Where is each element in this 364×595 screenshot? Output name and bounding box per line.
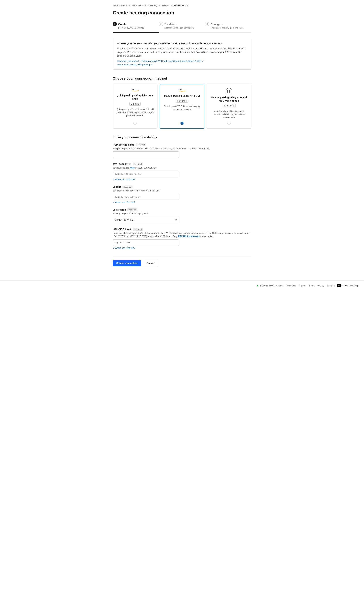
step-configure-desc: Set up your security table and route xyxy=(211,27,251,29)
vpc-id-label: VPC ID xyxy=(113,186,121,188)
breadcrumb-current: Create connection xyxy=(171,4,188,7)
method-cards-container: aws Quick peering with quick-create link… xyxy=(113,84,251,128)
breadcrumb-hvn[interactable]: hvn xyxy=(144,4,147,7)
vpc-cidr-label: VPC CIDR block xyxy=(113,228,131,231)
vpc-id-desc: You can find this in your list of VPCs i… xyxy=(113,189,251,192)
method-card-cli-radio[interactable] xyxy=(180,121,184,125)
hcp-logo-icon: H xyxy=(337,284,341,288)
hcp-peering-name-desc: The peering name can be up to 36 charact… xyxy=(113,147,251,150)
step-create-label: Create xyxy=(118,23,127,26)
aws-account-id-helper[interactable]: ∨ Where can I find this? xyxy=(113,178,135,181)
vpc-region-label: VPC region xyxy=(113,208,126,211)
vpc-region-select[interactable]: Oregon (us-west-2) N. Virginia (us-east-… xyxy=(113,217,179,223)
info-box-title-text: Peer your Amazon VPC with your HashiCorp… xyxy=(121,42,222,45)
method-card-quick-create[interactable]: aws Quick peering with quick-create link… xyxy=(113,84,157,128)
footer-link-privacy[interactable]: Privacy xyxy=(317,284,324,287)
method-card-quick-radio[interactable] xyxy=(134,122,136,125)
method-card-cli-badge: 5-10 mins xyxy=(176,99,188,103)
method-card-cli-title: Manual peering using AWS CLI xyxy=(164,94,200,97)
vpc-id-input[interactable] xyxy=(113,194,179,200)
step-establish-label: Establish xyxy=(164,23,176,26)
hcp-peering-name-input[interactable] xyxy=(113,151,179,158)
vpc-cidr-helper-text: Where can I find this? xyxy=(115,247,135,249)
footer-status[interactable]: Platform Fully Operational xyxy=(257,284,283,287)
aws-account-id-label: AWS account ID xyxy=(113,163,131,165)
method-card-cli-desc: Provide you AWS CLI template to apply co… xyxy=(163,105,201,119)
footer: Platform Fully Operational Changelog Sup… xyxy=(0,280,364,291)
breadcrumb: hashicorp-edu-org / Networks / hvn / Pee… xyxy=(113,4,251,7)
cancel-button[interactable]: Cancel xyxy=(143,260,158,266)
form-group-vpc-cidr: VPC CIDR block Required Enter the CIDR r… xyxy=(113,228,251,249)
vpc-cidr-input[interactable] xyxy=(113,240,179,246)
method-card-hcp-console[interactable]: Manual peering using HCP and AWS web con… xyxy=(207,84,251,128)
breadcrumb-peering[interactable]: Peering connections xyxy=(150,4,169,7)
chevron-down-icon-2: ∨ xyxy=(113,201,114,204)
method-card-quick-title: Quick peering with quick-create links xyxy=(116,94,155,100)
chevron-down-icon-3: ∨ xyxy=(113,247,114,249)
step-establish-desc: Accept your peering connection xyxy=(164,27,205,29)
method-card-hcp-title: Manual peering using HCP and AWS web con… xyxy=(209,96,248,102)
aws-account-id-desc: You can find this here in your AWS Conso… xyxy=(113,166,251,170)
breadcrumb-networks[interactable]: Networks xyxy=(132,4,141,7)
method-card-hcp-desc: Manually follow UI instructions to compl… xyxy=(209,110,248,119)
footer-brand: H ©2022 HashiCorp xyxy=(337,284,358,288)
step-create: 1 Create Fill in your AWS credentials xyxy=(113,22,159,33)
step-configure-number: 3 xyxy=(205,22,209,26)
hcp-icon xyxy=(226,88,232,96)
aws-account-id-helper-text: Where can I find this? xyxy=(115,178,135,181)
aws-account-id-link[interactable]: here xyxy=(130,166,135,169)
method-card-hcp-radio[interactable] xyxy=(228,122,230,125)
footer-link-terms[interactable]: Terms xyxy=(309,284,314,287)
create-connection-button[interactable]: Create connection xyxy=(113,260,141,266)
aws-account-id-required: Required xyxy=(133,163,143,165)
hcp-peering-name-label: HCP peering name xyxy=(113,143,134,146)
svg-marker-1 xyxy=(138,90,139,91)
chevron-down-icon: ∨ xyxy=(113,178,114,181)
link-icon: ⇌ xyxy=(117,42,119,45)
footer-brand-text: ©2022 HashiCorp xyxy=(342,284,358,287)
status-dot-icon xyxy=(257,285,258,286)
svg-text:aws: aws xyxy=(132,88,135,90)
footer-link-changelog[interactable]: Changelog xyxy=(286,284,296,287)
form-section-title: Fill in your connection details xyxy=(113,135,251,139)
vpc-cidr-desc: Enter the CIDR range of the VPC that you… xyxy=(113,231,251,238)
aws-account-id-input[interactable] xyxy=(113,171,179,177)
hcp-peering-name-required: Required xyxy=(136,143,146,146)
page-title: Create peering connection xyxy=(113,10,251,16)
svg-marker-3 xyxy=(185,91,186,91)
step-establish: 2 Establish Accept your peering connecti… xyxy=(159,22,205,32)
aws-logo-quick: aws xyxy=(132,88,138,92)
vpc-region-desc: The region your VPC is deployed in. xyxy=(113,212,251,215)
method-card-quick-badge: 2-5 mins xyxy=(129,102,141,106)
method-card-quick-desc: Quick peering with quick create links wi… xyxy=(116,108,155,119)
step-configure: 3 Configure Set up your security table a… xyxy=(205,22,251,32)
info-box-link1[interactable]: How does this works? : Peering an AWS VP… xyxy=(117,60,247,62)
info-box-link2[interactable]: Learn about privacy with peering ↗ xyxy=(117,63,247,66)
footer-link-support[interactable]: Support xyxy=(299,284,306,287)
action-row: Create connection Cancel xyxy=(113,256,251,266)
rfc1918-link[interactable]: RFC1918 addresses xyxy=(178,235,200,238)
connection-method-title: Choose your connection method xyxy=(113,77,251,80)
method-card-hcp-badge: 30-60 mins xyxy=(222,104,236,107)
form-group-vpc-id: VPC ID Required You can find this in you… xyxy=(113,186,251,204)
aws-logo-cli: aws xyxy=(178,88,186,92)
vpc-id-helper[interactable]: ∨ Where can I find this? xyxy=(113,201,135,204)
vpc-cidr-required: Required xyxy=(133,228,143,231)
step-create-desc: Fill in your AWS credentials xyxy=(118,27,159,29)
method-card-aws-cli[interactable]: aws Manual peering using AWS CLI 5-10 mi… xyxy=(160,84,205,128)
step-create-number: 1 xyxy=(113,22,117,26)
step-establish-number: 2 xyxy=(159,22,163,26)
step-configure-label: Configure xyxy=(211,23,223,26)
vpc-id-required: Required xyxy=(122,186,133,188)
info-box-body: In order for the Consul and Vault server… xyxy=(117,47,247,57)
breadcrumb-org[interactable]: hashicorp-edu-org xyxy=(113,4,130,7)
form-group-vpc-region: VPC region Required The region your VPC … xyxy=(113,208,251,223)
footer-link-security[interactable]: Security xyxy=(327,284,335,287)
form-group-aws-account-id: AWS account ID Required You can find thi… xyxy=(113,163,251,181)
info-box: ⇌ Peer your Amazon VPC with your HashiCo… xyxy=(113,38,251,70)
footer-status-link[interactable]: Platform Fully Operational xyxy=(259,284,283,287)
vpc-cidr-helper[interactable]: ∨ Where can I find this? xyxy=(113,247,135,249)
form-group-hcp-peering-name: HCP peering name Required The peering na… xyxy=(113,143,251,158)
vpc-region-required: Required xyxy=(127,208,137,211)
steps-nav: 1 Create Fill in your AWS credentials 2 … xyxy=(113,22,251,33)
